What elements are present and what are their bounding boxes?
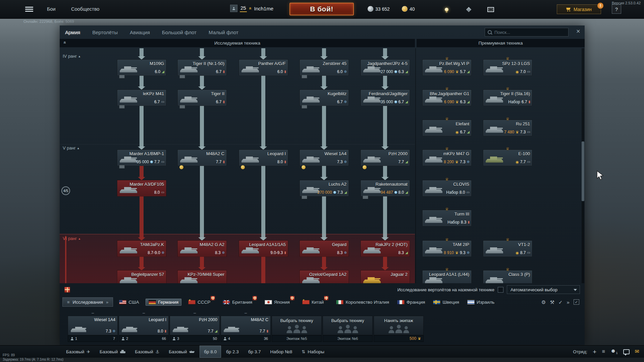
vehicle-cell[interactable]: Marder A1/BMP-195 0007.7▭ (117, 149, 166, 166)
vehicle-cell[interactable]: ♕TAM 2IP8 910♛9.3⊕ (422, 240, 472, 257)
vehicle-cell[interactable]: M109G6.0◢ (117, 59, 166, 76)
nation-ussr[interactable]: СССР (187, 299, 216, 306)
nation-germany[interactable]: Германия (146, 299, 181, 306)
menu-community[interactable]: Сообщество (71, 6, 99, 12)
preset-3[interactable]: Базовый⚓ (130, 346, 164, 358)
nation-china[interactable]: Китай (301, 299, 330, 306)
preset-1[interactable]: Базовый✈ (62, 346, 95, 358)
vehicle-cell[interactable]: Ferdinand/Jagdtiger35 0006.7◢ (361, 89, 410, 106)
vehicle-cell[interactable]: ♕VT1-2◉8.7▭ (483, 240, 532, 257)
nation-italy[interactable]: Королевство Италия (335, 299, 390, 306)
shop-button[interactable]: Магазин ! (557, 4, 601, 14)
crew-card[interactable]: Нанять экипаж (374, 316, 424, 335)
vehicle-cell[interactable]: ♕E-100◉7.7▭ (483, 149, 532, 166)
search-box[interactable] (485, 28, 569, 37)
vehicle-cell[interactable]: ♕CLOVISНабор8.0▭ (422, 180, 472, 196)
gear-icon[interactable]: ⚙ (541, 300, 546, 305)
vehicle-cell[interactable]: Jaguar 2 (361, 270, 410, 283)
scrollbar-track[interactable] (582, 48, 584, 283)
vehicle-cell[interactable]: ♕Turm IIIНабор8.3▮ (422, 210, 472, 226)
nation-uk[interactable]: Британия (221, 299, 258, 306)
vehicle-cell[interactable]: Wiesel 1A47.3⊕ (300, 149, 349, 166)
close-icon[interactable]: × (576, 27, 580, 35)
crew-slot-7[interactable]: Нанять экипаж500♛ (374, 311, 424, 343)
preset-9[interactable]: ⇅Наборы (297, 346, 329, 358)
vehicle-cell[interactable]: Leopard A1A1/1A59.0-9.3▮ (239, 240, 288, 257)
search-input[interactable] (485, 28, 569, 37)
tab-2[interactable]: Вертолёты (92, 29, 118, 35)
items-button[interactable] (464, 5, 473, 14)
vehicle-cell[interactable]: PzH 20007.7◢ (361, 149, 410, 166)
checkbox-filter-icon[interactable]: ✓ (574, 299, 579, 305)
vehicle-cell[interactable]: Zerstörer 456.0⊕ (300, 59, 349, 76)
research-button[interactable]: ≡ Исследования » (62, 297, 113, 307)
battle-tasks-icon[interactable]: ≡ (602, 349, 605, 354)
crew-card[interactable]: PzH 20007.7◢ (170, 316, 220, 335)
vehicle-cell[interactable]: ♕Ru 2517 480♛7.3▭ (483, 120, 532, 136)
crew-card[interactable]: M48A2 C7.7▮ (221, 316, 271, 335)
wager-button[interactable] (442, 5, 451, 14)
preset-5[interactable]: бр 8.0 (200, 346, 221, 358)
vehicle-cell[interactable]: Jagdpanther/JPz 4-527 0006.3◢ (361, 59, 410, 76)
golden-eagles-balance[interactable]: 40 (402, 6, 415, 12)
vehicle-cell[interactable]: Marder A3/DF1058.0▭ (117, 180, 166, 196)
crew-slot-6[interactable]: Выбрать техникуЭкипаж №6 (323, 311, 373, 343)
tab-1[interactable]: Армия (65, 29, 80, 35)
vehicle-cell[interactable]: ♕Class 3 (P) (483, 270, 532, 283)
crew-slot-2[interactable]: –Leopard I8.0▮266 (119, 311, 169, 343)
mail-icon[interactable]: ✉ (635, 349, 639, 354)
auto-select-dropdown[interactable]: Автоматический выбор (507, 285, 580, 294)
hamburger-menu-icon[interactable] (25, 7, 33, 12)
vehicle-cell[interactable]: KPz-70/M48 Super (177, 270, 227, 283)
crew-slot-1[interactable]: –Wiesel 1A47.3⊕17 (68, 311, 118, 343)
vehicle-cell[interactable]: Begleitpanzer 57 (117, 270, 166, 283)
crew-card[interactable]: Выбрать технику (272, 316, 322, 335)
scrollbar-thumb[interactable] (582, 141, 584, 201)
nation-usa[interactable]: США (118, 299, 140, 306)
nation-sweden[interactable]: Швеция (432, 299, 461, 306)
vehicle-cell[interactable]: ♕Elefant◉6.7◢ (422, 120, 472, 136)
preset-2[interactable]: Базовый (95, 346, 130, 358)
collapse-icon[interactable]: ▴ (77, 146, 79, 150)
tab-4[interactable]: Большой флот (162, 29, 197, 35)
vehicle-cell[interactable]: ♕Pz.Bef.Wg.VI P6 090♛5.7◢ (422, 59, 472, 76)
vehicle-cell[interactable]: Raketenautomat94 4878.0◢ (361, 180, 410, 196)
collapse-icon[interactable]: ▴ (78, 237, 80, 240)
crew-card[interactable]: Wiesel 1A47.3⊕ (68, 316, 118, 335)
to-battle-button[interactable]: В бой! (289, 3, 354, 15)
vehicle-cell[interactable]: ♕SPz 12-3 LGS◉7.0▭ (483, 59, 532, 76)
collapse-icon[interactable]: ▴ (78, 54, 80, 58)
vehicle-cell[interactable]: Leopard I8.0▮ (239, 149, 288, 166)
coupons-button[interactable] (486, 5, 495, 14)
vehicle-cell[interactable]: Gepard8.3⊕ (300, 240, 349, 257)
contacts-icon[interactable]: ☻1 (610, 348, 618, 355)
squad-add-button[interactable]: + (593, 349, 596, 355)
vehicle-cell[interactable]: Panther A/G/F6.0▮ (239, 59, 288, 76)
vehicle-cell[interactable]: Ozelot/Gepard 1A2 (300, 270, 349, 283)
crew-slot-4[interactable]: –M48A2 C7.7▮436 (221, 311, 271, 343)
preset-7[interactable]: бр 3.7 (244, 346, 265, 358)
preset-4[interactable]: Базовый (164, 346, 199, 358)
chat-icon[interactable] (623, 349, 630, 354)
vehicle-cell[interactable]: Tiger II6.7▮ (177, 89, 227, 106)
vehicle-cell[interactable]: Tiger II (Nr.1-50)6.7▮ (177, 59, 227, 76)
tab-3[interactable]: Авиация (130, 29, 150, 35)
heli-research-checkbox[interactable] (498, 287, 503, 293)
vehicle-cell[interactable]: ♕mKPz M47 G8 200♛7.3⊕ (422, 149, 472, 166)
nation-israel[interactable]: Израиль (466, 299, 496, 306)
layers-icon[interactable]: » (567, 300, 569, 305)
tab-5[interactable]: Малый флот (209, 29, 238, 35)
vehicle-cell[interactable]: ♕Tiger II (Sla.16)Набор6.7▮ (483, 89, 532, 106)
vehicle-cell[interactable]: ♕Bfw.Jagdpanther G16 090♛6.3◢ (422, 89, 472, 106)
vehicle-cell[interactable]: ♕Leopard A1A1 (L/44) (422, 270, 472, 283)
player-info[interactable]: 25 « Inch1me (230, 5, 273, 12)
vehicle-cell[interactable]: leKPz M416.7▭ (117, 89, 166, 106)
gift-icon[interactable] (64, 287, 70, 293)
nation-france[interactable]: Франция (396, 299, 426, 306)
vehicle-cell[interactable]: M48A2 G A28.3⊕ (177, 240, 227, 257)
crew-slot-3[interactable]: –PzH 20007.7◢350 (170, 311, 220, 343)
crew-slot-5[interactable]: Выбрать техникуЭкипаж №5 (272, 311, 322, 343)
vehicle-cell[interactable]: M48A2 C7.7▮ (177, 149, 227, 166)
vehicle-cell[interactable]: Kugelblitz6.7⊕ (300, 89, 349, 106)
scroll-up-icon[interactable]: « (62, 41, 68, 44)
